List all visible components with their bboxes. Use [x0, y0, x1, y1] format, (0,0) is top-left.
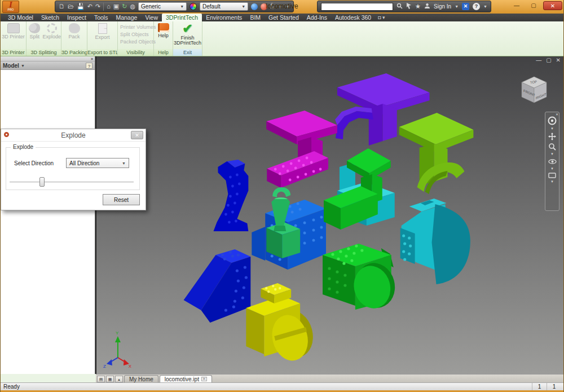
printer-icon [7, 23, 20, 33]
tab-view[interactable]: View [141, 14, 162, 21]
slider-track[interactable] [10, 182, 134, 183]
part-magenta-bracket[interactable] [266, 111, 337, 188]
group-3d-packing: Pack 3D Packing [61, 21, 87, 56]
user-icon[interactable] [424, 3, 430, 10]
group-label[interactable]: Help [154, 49, 173, 56]
part-green-driver[interactable] [323, 244, 400, 312]
tab-3dprinttech[interactable]: 3DPrintTech [162, 14, 202, 21]
dialog-close-button[interactable]: ✕ [131, 131, 143, 139]
group-label[interactable]: 3D Packing [61, 49, 87, 56]
split-objects-toggle[interactable]: Split Objects [120, 32, 151, 37]
browser-title: Model [3, 63, 19, 69]
help-button[interactable]: Help [154, 21, 173, 50]
group-3d-splitting: Split Explode 3D Splitting [27, 21, 61, 56]
minimize-button[interactable]: — [509, 1, 524, 10]
explode-slider[interactable] [10, 177, 134, 187]
close-icon[interactable]: ✕ [556, 112, 558, 116]
close-icon[interactable]: ✕ [90, 56, 94, 61]
reset-button[interactable]: Reset [103, 194, 140, 205]
orbit-icon[interactable] [548, 158, 557, 165]
chevron-down-icon[interactable]: ▼ [550, 168, 554, 170]
3d-printer-button[interactable]: 3D Printer [1, 21, 26, 50]
button-label: Help [158, 33, 169, 38]
export-icon [98, 23, 107, 34]
browser-help-icon[interactable]: ? [86, 63, 92, 69]
look-at-icon[interactable] [548, 173, 556, 178]
arrange-windows-icon[interactable]: ▤ [97, 376, 105, 382]
ribbon-filler [202, 21, 563, 56]
pack-button[interactable]: Pack [61, 21, 87, 50]
title-bar: I PRO 🗋 🗁 💾 ↶ ↷ ⌂ ▣ ↻ ◍ Generic ▼ Defaul… [1, 0, 563, 14]
part-blue-pilot[interactable] [184, 249, 251, 323]
explode-icon [47, 23, 57, 33]
split-button[interactable]: Split [27, 21, 42, 50]
infocenter-toolbar: ★ Sign In ▼ ✕ ? ▼ [317, 1, 491, 12]
part-navy-crank[interactable] [213, 160, 248, 231]
doc-minimize-icon[interactable]: — [536, 57, 541, 63]
export-button[interactable]: Export [87, 21, 117, 50]
favorites-star-icon[interactable]: ★ [415, 3, 421, 10]
part-lime-table[interactable] [399, 113, 474, 186]
svg-text:X: X [129, 364, 132, 369]
browser-header[interactable]: Model ▼ ? [1, 61, 95, 70]
part-origin-triad[interactable]: YXZ [103, 331, 132, 369]
tab-autodesk-360[interactable]: Autodesk 360 [331, 14, 375, 21]
part-yellow-tender[interactable] [246, 283, 318, 365]
search-icon[interactable] [396, 3, 403, 10]
explode-dialog[interactable]: Explode ✕ Explode Select Direction All D… [1, 129, 146, 210]
tab-add-ins[interactable]: Add-Ins [303, 14, 331, 21]
expand-tabs-icon[interactable]: ▴ [115, 376, 123, 382]
ribbon-display-icon[interactable]: ◘ ▾ [375, 14, 387, 21]
doc-restore-icon[interactable]: ▢ [546, 57, 551, 63]
maximize-button[interactable]: ▢ [526, 1, 541, 10]
close-button[interactable]: ✕ [543, 1, 562, 10]
pan-hand-icon[interactable] [548, 133, 556, 140]
help-icon[interactable]: ? [473, 3, 480, 10]
help-chevron-icon[interactable]: ▼ [483, 5, 487, 8]
packed-objects-toggle[interactable]: Packed Objects [120, 39, 151, 45]
scene-svg[interactable]: YXZ [96, 56, 563, 374]
group-label[interactable]: 3D Printer [1, 49, 26, 56]
tab-locomotive-ipt[interactable]: locomotive.ipt ✕ [160, 375, 212, 382]
finish-3dprinttech-button[interactable]: ✔ Finish 3DPrintTech [173, 21, 202, 50]
part-purple-arm[interactable] [335, 107, 373, 139]
search-input[interactable] [321, 3, 393, 11]
explode-button[interactable]: Explode [42, 21, 61, 50]
group-label[interactable]: Exit [173, 49, 202, 56]
navigation-bar[interactable]: ✕ ▼ ▼ ▼ ▼ [545, 112, 559, 211]
printer-volumes-toggle[interactable]: Printer Volumes [120, 24, 151, 30]
part-cyan-smokebox[interactable] [400, 199, 470, 284]
tab-tools[interactable]: Tools [90, 14, 112, 21]
viewport[interactable]: YXZ — ▢ ✕ TOP FRONT RIGHT ✕ ▼ ▼ [96, 56, 563, 374]
steering-wheel-icon[interactable] [548, 116, 557, 125]
group-3d-printer: 3D Printer 3D Printer [1, 21, 27, 56]
group-label[interactable]: 3D Splitting [27, 49, 61, 56]
sign-in-label[interactable]: Sign In [434, 3, 451, 10]
direction-dropdown[interactable]: All Direction ▼ [66, 158, 129, 168]
view-cube[interactable]: TOP FRONT RIGHT [514, 68, 554, 108]
chevron-down-icon[interactable]: ▼ [550, 153, 554, 156]
tab-get-started[interactable]: Get Started [265, 14, 303, 21]
button-label: Split [29, 34, 39, 39]
tab-environments[interactable]: Environments [202, 14, 246, 21]
tab-3d-model[interactable]: 3D Model [4, 14, 37, 21]
zoom-icon[interactable] [548, 143, 556, 151]
tab-manage[interactable]: Manage [112, 14, 141, 21]
doc-close-icon[interactable]: ✕ [556, 57, 561, 63]
sign-in-chevron-icon[interactable]: ▼ [455, 5, 459, 8]
tab-my-home[interactable]: My Home [124, 375, 158, 382]
exchange-apps-icon[interactable]: ✕ [462, 3, 469, 10]
tab-bim[interactable]: BIM [246, 14, 265, 21]
group-label[interactable]: Export to STL [87, 49, 117, 56]
explode-dialog-titlebar[interactable]: Explode ✕ [1, 129, 146, 142]
tab-inspect[interactable]: Inspect [63, 14, 90, 21]
chevron-down-icon[interactable]: ▼ [550, 127, 554, 130]
explode-slider-thumb[interactable] [39, 177, 45, 187]
tab-sketch[interactable]: Sketch [37, 14, 63, 21]
pack-icon [69, 23, 80, 33]
group-label[interactable]: Visibility [118, 49, 153, 56]
navbar-more-icon[interactable]: ▼ [550, 180, 554, 183]
doc-tab-close-icon[interactable]: ✕ [201, 377, 207, 381]
cursor-help-icon[interactable] [406, 3, 412, 10]
tile-windows-icon[interactable]: ▦ [106, 376, 114, 382]
